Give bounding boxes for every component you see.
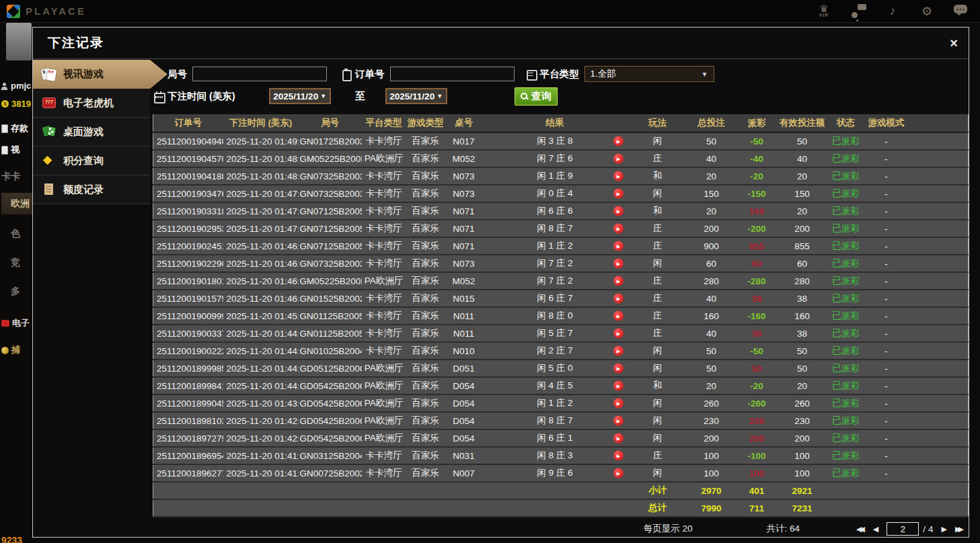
play-replay-button[interactable]: ▶ [613,451,624,461]
cell-payout: -200 [735,220,779,237]
bg-nav-video[interactable]: 视 [1,144,20,156]
menu-item-points-query[interactable]: 积分查询 [33,147,150,175]
cell-order: 251120019029530 [153,220,223,237]
cell-order: 251120019045705 [153,150,223,167]
bg-nav-lobby-1[interactable]: 卡卡 [1,171,20,183]
close-icon[interactable]: × [950,36,958,50]
date-to-picker[interactable]: 2025/11/20 ▼ [385,88,447,104]
query-button[interactable]: 查询 [515,87,558,106]
cell-payout: -160 [735,307,779,325]
menu-item-table-games[interactable]: 桌面游戏 [33,118,150,147]
menu-item-slot-machines[interactable]: 电子老虎机 [33,89,150,118]
play-icon: ▶ [617,454,620,458]
deposit-button[interactable]: 存款 [1,122,28,134]
first-page-button[interactable] [852,525,869,534]
play-replay-button[interactable]: ▶ [613,136,624,147]
cell-result: 闲 0 庄 4▶ [483,185,628,202]
cell-round: GN07125B2005L [299,237,362,255]
cell-bet-type: 庄 [628,307,688,325]
play-replay-button[interactable]: ▶ [613,189,624,199]
sum-spacer [826,499,969,517]
chat-icon[interactable] [953,3,969,20]
cell-order: 251120019015790 [153,290,223,307]
support-chat-icon[interactable] [850,3,866,20]
cell-result: 闲 5 庄 0▶ [483,360,628,377]
play-replay-button[interactable]: ▶ [613,311,624,321]
cell-filler [907,150,969,167]
cell-status: 已派彩 [826,185,866,202]
menu-item-video-games[interactable]: 视讯游戏 [33,60,167,89]
play-replay-button[interactable]: ▶ [613,381,624,391]
cell-platform: 卡卡湾厅 [362,185,406,202]
play-replay-button[interactable]: ▶ [613,294,624,304]
play-icon: ▶ [617,157,620,161]
cell-round: GN07125B2005N [299,202,362,220]
table-row: 2511200190022272025-11-20 01:44:49GN0102… [153,342,969,360]
bg-nav-fishing[interactable]: 捕 [1,344,20,356]
avatar[interactable] [6,23,32,60]
play-replay-button[interactable]: ▶ [613,433,624,444]
records-tbody: 2511200190494092025-11-20 01:49:08GN0172… [153,132,969,517]
table-row: 2511200190295302025-11-20 01:47:18GN0712… [153,220,969,237]
cell-time: 2025-11-20 01:47:38 [223,202,299,220]
play-replay-button[interactable]: ▶ [613,171,624,181]
music-icon[interactable]: ♪ [884,3,901,20]
cell-result: 闲 6 庄 6▶ [483,202,628,220]
play-replay-button[interactable]: ▶ [613,154,624,164]
prev-page-button[interactable] [869,525,882,534]
cell-time: 2025-11-20 01:47:47 [223,185,299,202]
cell-time: 2025-11-20 01:46:50 [223,237,299,255]
play-replay-button[interactable]: ▶ [613,276,624,286]
cell-bet-type: 庄 [628,325,688,342]
search-icon [521,92,529,101]
cell-total-bet: 60 [688,255,735,272]
date-from-picker[interactable]: 2025/11/20 ▼ [269,88,331,104]
bg-nav-lobby-2[interactable]: 欧洲 [1,193,32,214]
menu-item-quota-records[interactable]: 额度记录 [33,175,150,204]
play-replay-button[interactable]: ▶ [613,416,624,426]
cell-round: GN01025B2004G [299,342,362,360]
cell-bet-type: 闲 [628,185,688,202]
play-replay-button[interactable]: ▶ [613,206,624,216]
play-replay-button[interactable]: ▶ [613,346,624,356]
vip-crown-icon[interactable]: ♛VIP [816,3,832,20]
cell-order: 251120019002227 [153,342,223,360]
page-number-input[interactable] [887,522,919,536]
table-row: 2511200189984182025-11-20 01:44:33GD0542… [153,377,969,394]
cell-bet-type: 闲 [628,132,688,150]
next-page-button[interactable] [938,525,951,534]
cell-round: GN07325B2003O [299,167,362,185]
play-icon: ▶ [617,349,620,353]
chevron-down-icon: ▼ [702,71,708,78]
play-replay-button[interactable]: ▶ [613,241,624,251]
cell-round: GN01725B2003U [299,132,362,150]
last-page-button[interactable] [951,525,968,534]
cell-result: 闲 8 庄 7▶ [483,220,628,237]
play-replay-button[interactable]: ▶ [613,329,624,339]
platform-select[interactable]: 1.全部 ▼ [585,66,714,82]
cell-time: 2025-11-20 01:48:25 [223,167,299,185]
bg-nav-slots[interactable]: 电子 [1,317,30,329]
cell-bet-type: 庄 [628,290,688,307]
cell-mode: - [866,447,907,464]
play-replay-button[interactable]: ▶ [613,224,624,234]
play-replay-button[interactable]: ▶ [613,364,624,374]
play-replay-button[interactable]: ▶ [613,399,624,409]
cell-round: GN00725B2002I [299,464,362,482]
cell-table: N073 [445,167,483,185]
round-input[interactable] [192,67,327,81]
cell-bet-type: 庄 [628,220,688,237]
cell-filler [907,447,969,464]
cell-total-bet: 200 [688,429,735,447]
cell-total-bet: 50 [688,132,735,150]
cell-bet-type: 和 [628,202,688,220]
order-input[interactable] [390,67,515,81]
play-replay-button[interactable]: ▶ [613,259,624,269]
bg-nav-lobby-5[interactable]: 多 [1,286,20,298]
play-replay-button[interactable]: ▶ [613,468,624,478]
bg-nav-lobby-3[interactable]: 色 [1,228,20,240]
bg-nav-lobby-4[interactable]: 竞 [1,257,20,269]
column-header: 局号 [299,114,362,132]
cell-time: 2025-11-20 01:47:18 [223,220,299,237]
gear-icon[interactable]: ⚙ [919,3,935,20]
